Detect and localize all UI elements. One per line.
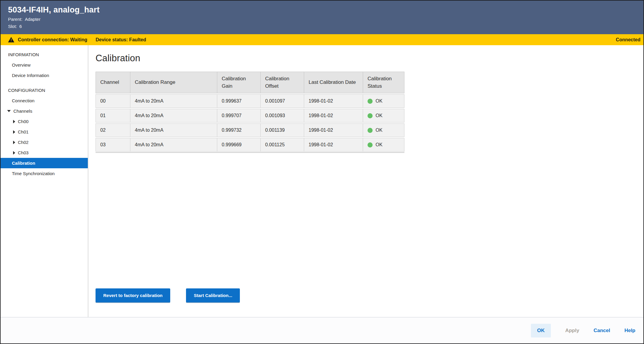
controller-connection-status: Controller connection: Waiting bbox=[18, 37, 87, 43]
sidebar-item-device-information[interactable]: Device Information bbox=[1, 70, 88, 81]
status-ok-icon bbox=[368, 99, 373, 104]
revert-to-factory-calibration-button[interactable]: Revert to factory calibration bbox=[96, 288, 170, 302]
sidebar-item-overview[interactable]: Overview bbox=[1, 60, 88, 70]
chevron-right-icon[interactable] bbox=[13, 120, 15, 123]
table-row: 02 4mA to 20mA 0.999732 0.001139 1998-01… bbox=[96, 123, 404, 137]
cancel-button[interactable]: Cancel bbox=[593, 328, 610, 334]
cell-offset: 0.001139 bbox=[260, 124, 304, 137]
status-label: OK bbox=[376, 128, 382, 133]
sidebar-item-time-synchronization[interactable]: Time Synchronization bbox=[1, 168, 88, 179]
sidebar-item-connection[interactable]: Connection bbox=[1, 95, 88, 106]
start-calibration-button[interactable]: Start Calibration... bbox=[186, 288, 240, 302]
sidebar-item-channels[interactable]: Channels bbox=[1, 106, 88, 116]
sidebar-nav: INFORMATION Overview Device Information … bbox=[1, 45, 88, 317]
column-header-calibration-offset: Calibration Offset bbox=[260, 72, 304, 93]
column-header-last-calibration-date: Last Calibration Date bbox=[304, 72, 363, 93]
window-title: 5034-IF4IH, analog_hart bbox=[8, 5, 643, 15]
cell-status: OK bbox=[363, 124, 405, 137]
sidebar-item-ch00-label: Ch00 bbox=[18, 119, 29, 124]
cell-gain: 0.999732 bbox=[217, 124, 260, 137]
cell-date: 1998-01-02 bbox=[304, 95, 363, 108]
column-header-calibration-range: Calibration Range bbox=[130, 72, 217, 93]
calibration-table: Channel Calibration Range Calibration Ga… bbox=[96, 72, 404, 153]
column-header-calibration-status: Calibration Status bbox=[363, 72, 405, 93]
slot-label: Slot: bbox=[8, 24, 17, 29]
chevron-right-icon[interactable] bbox=[13, 130, 15, 134]
sidebar-section-configuration: CONFIGURATION bbox=[1, 85, 88, 95]
status-label: OK bbox=[376, 142, 382, 147]
cell-channel: 03 bbox=[96, 138, 130, 151]
content-area: INFORMATION Overview Device Information … bbox=[1, 45, 643, 317]
cell-channel: 00 bbox=[96, 95, 130, 108]
sidebar-item-ch03-label: Ch03 bbox=[18, 150, 29, 155]
sidebar-item-ch01[interactable]: Ch01 bbox=[1, 127, 88, 137]
slot-line: Slot:6 bbox=[8, 24, 643, 29]
status-label: OK bbox=[376, 98, 382, 104]
sidebar-item-ch02-label: Ch02 bbox=[18, 140, 29, 145]
status-ok-icon bbox=[368, 142, 373, 147]
cell-gain: 0.999707 bbox=[217, 109, 260, 122]
status-alert-bar: Controller connection: Waiting Device st… bbox=[1, 34, 643, 45]
cell-channel: 02 bbox=[96, 124, 130, 137]
cell-date: 1998-01-02 bbox=[304, 138, 363, 151]
page-title: Calibration bbox=[96, 53, 643, 64]
sidebar-item-ch01-label: Ch01 bbox=[18, 129, 29, 134]
cell-offset: 0.001093 bbox=[260, 109, 304, 122]
module-properties-window: 5034-IF4IH, analog_hart Parent:Adapter S… bbox=[0, 0, 644, 344]
cell-date: 1998-01-02 bbox=[304, 124, 363, 137]
table-header-row: Channel Calibration Range Calibration Ga… bbox=[96, 72, 404, 93]
cell-range: 4mA to 20mA bbox=[130, 138, 217, 151]
connection-state-badge: Connected bbox=[616, 37, 640, 43]
apply-button[interactable]: Apply bbox=[565, 328, 579, 334]
parent-label: Parent: bbox=[8, 17, 22, 22]
parent-line: Parent:Adapter bbox=[8, 17, 643, 22]
table-row: 01 4mA to 20mA 0.999707 0.001093 1998-01… bbox=[96, 109, 404, 122]
titlebar: 5034-IF4IH, analog_hart Parent:Adapter S… bbox=[1, 1, 643, 34]
calibration-actions: Revert to factory calibration Start Cali… bbox=[96, 288, 240, 302]
status-ok-icon bbox=[368, 128, 373, 133]
column-header-channel: Channel bbox=[96, 72, 130, 93]
table-row: 00 4mA to 20mA 0.999637 0.001097 1998-01… bbox=[96, 94, 404, 108]
cell-date: 1998-01-02 bbox=[304, 109, 363, 122]
chevron-down-icon[interactable] bbox=[7, 110, 11, 112]
cell-status: OK bbox=[363, 138, 405, 151]
chevron-right-icon[interactable] bbox=[13, 141, 15, 144]
cell-gain: 0.999637 bbox=[217, 95, 260, 108]
sidebar-item-ch02[interactable]: Ch02 bbox=[1, 137, 88, 147]
sidebar-item-ch00[interactable]: Ch00 bbox=[1, 116, 88, 127]
ok-button[interactable]: OK bbox=[531, 324, 551, 337]
table-row: 03 4mA to 20mA 0.999669 0.001125 1998-01… bbox=[96, 138, 404, 152]
chevron-right-icon[interactable] bbox=[13, 151, 15, 155]
cell-status: OK bbox=[363, 109, 405, 122]
sidebar-section-information: INFORMATION bbox=[1, 49, 88, 60]
cell-channel: 01 bbox=[96, 109, 130, 122]
cell-range: 4mA to 20mA bbox=[130, 124, 217, 137]
cell-gain: 0.999669 bbox=[217, 138, 260, 151]
slot-value: 6 bbox=[19, 24, 22, 29]
dialog-footer: OK Apply Cancel Help bbox=[1, 317, 643, 343]
parent-value: Adapter bbox=[25, 17, 40, 22]
device-status: Device status: Faulted bbox=[96, 37, 146, 43]
sidebar-item-channels-label: Channels bbox=[13, 109, 32, 114]
cell-status: OK bbox=[363, 95, 405, 108]
sidebar-section-gap bbox=[1, 81, 88, 85]
status-ok-icon bbox=[368, 113, 373, 118]
column-header-calibration-gain: Calibration Gain bbox=[217, 72, 260, 93]
cell-range: 4mA to 20mA bbox=[130, 95, 217, 108]
status-label: OK bbox=[376, 113, 382, 118]
sidebar-item-calibration[interactable]: Calibration bbox=[1, 158, 88, 168]
cell-offset: 0.001097 bbox=[260, 95, 304, 108]
cell-offset: 0.001125 bbox=[260, 138, 304, 151]
warning-icon bbox=[8, 37, 14, 43]
cell-range: 4mA to 20mA bbox=[130, 109, 217, 122]
calibration-page: Calibration Channel Calibration Range Ca… bbox=[88, 45, 643, 317]
sidebar-item-ch03[interactable]: Ch03 bbox=[1, 147, 88, 158]
help-button[interactable]: Help bbox=[624, 328, 635, 334]
